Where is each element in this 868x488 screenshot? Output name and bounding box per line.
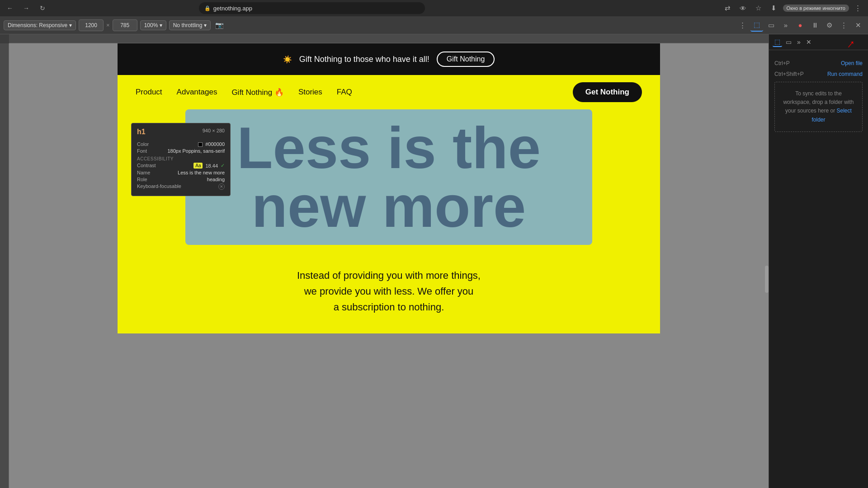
nav-product[interactable]: Product (136, 88, 162, 97)
inspector-font-value: 180px Poppins, sans-serif (167, 148, 225, 154)
title-bar: ← → ↻ 🔒 getnothing.app ⇄ 👁 ☆ ⬇ Окно в ре… (0, 0, 868, 16)
capture-icon[interactable]: 📷 (213, 19, 226, 32)
star-icon[interactable]: ☆ (752, 2, 765, 14)
chevron-down-icon: ▾ (69, 22, 72, 28)
main-layout: ☀️ Gift Nothing to those who have it all… (0, 34, 868, 488)
inspector-accessibility-section: ACCESSIBILITY (137, 156, 225, 161)
shortcut-open-file: Ctrl+P Open file (774, 60, 863, 66)
url-text: getnothing.app (213, 5, 252, 12)
throttle-label: No throttling (173, 22, 203, 28)
inspector-name-label: Name (137, 170, 150, 175)
website-content: ☀️ Gift Nothing to those who have it all… (9, 43, 769, 488)
ruler-vertical (0, 43, 9, 488)
reload-button[interactable]: ↻ (36, 2, 49, 14)
inspector-color-label: Color (137, 141, 149, 147)
zoom-selector[interactable]: 100% ▾ (140, 20, 166, 30)
devtools-panel: ⬚ ▭ » ✕ ↑ Ctrl+P Open file Ctrl+Shift+P … (769, 34, 868, 488)
inspector-contrast-label: Contrast (137, 163, 156, 169)
inspector-role-value: heading (207, 177, 225, 182)
inspector-tooltip: h1 940 × 280 Color #000000 (131, 123, 231, 196)
shortcut2-key: Ctrl+Shift+P (774, 71, 804, 77)
inspect-toggle-icon[interactable]: ⬚ (750, 19, 763, 32)
nav-advantages[interactable]: Advantages (177, 88, 217, 97)
device-toggle-icon[interactable]: ▭ (765, 19, 778, 32)
hero-subtitle: Instead of providing you with more thing… (136, 267, 642, 315)
site-banner: ☀️ Gift Nothing to those who have it all… (118, 43, 660, 75)
devtools-toolbar: Dimensions: Responsive ▾ × 100% ▾ No thr… (0, 16, 868, 34)
inspector-role-label: Role (137, 177, 147, 182)
open-file-link[interactable]: Open file (841, 60, 863, 66)
inspector-contrast-value: Aa 18.44 ✓ (193, 163, 225, 169)
dimensions-selector[interactable]: Dimensions: Responsive ▾ (4, 20, 76, 30)
dimension-separator: × (106, 22, 110, 28)
banner-text: Gift Nothing to those who have it all! (299, 55, 429, 64)
panel-expand-icon[interactable]: » (795, 38, 802, 47)
zoom-chevron-icon: ▾ (160, 22, 162, 28)
hero-title-line1: Less is the (237, 115, 541, 181)
site-wrapper: ☀️ Gift Nothing to those who have it all… (118, 43, 660, 333)
hero-title-line2: new more (252, 174, 526, 239)
inspector-color-value: #000000 (198, 141, 225, 147)
ruler-row (0, 34, 769, 43)
inspector-font-label: Font (137, 148, 147, 154)
inspector-focusable-label: Keyboard-focusable (137, 183, 181, 190)
shortcut-run-command: Ctrl+Shift+P Run command (774, 71, 863, 77)
pause-icon[interactable]: ⏸ (808, 19, 821, 32)
more-tools-icon[interactable]: ⋮ (736, 19, 749, 32)
hero-highlight: Less is the new more (185, 109, 592, 245)
height-input[interactable] (113, 19, 137, 31)
devtools-right-actions: ⋮ ⬚ ▭ » ● ⏸ ⚙ ⋮ ✕ (736, 19, 864, 32)
hero-spacer (136, 245, 642, 254)
incognito-badge: Окно в режиме инкогнито (783, 5, 849, 12)
back-button[interactable]: ← (4, 2, 16, 14)
site-nav: Product Advantages Gift Nothing 🔥 Storie… (118, 75, 660, 109)
address-bar[interactable]: 🔒 getnothing.app (199, 2, 425, 14)
eye-off-icon[interactable]: 👁 (737, 2, 750, 14)
contrast-aa-badge: Aa (193, 163, 203, 169)
forward-button[interactable]: → (20, 2, 33, 14)
expand-icon[interactable]: » (779, 19, 792, 32)
color-swatch (198, 142, 203, 147)
scroll-indicator[interactable] (765, 266, 769, 293)
width-input[interactable] (79, 19, 104, 31)
nav-get-nothing-button[interactable]: Get Nothing (573, 82, 642, 102)
record-icon[interactable]: ● (794, 19, 807, 32)
banner-gift-button[interactable]: Gift Nothing (437, 52, 495, 67)
panel-inspect-icon[interactable]: ⬚ (773, 37, 782, 47)
menu-button[interactable]: ⋮ (852, 2, 864, 14)
devtools-menu-icon[interactable]: ⋮ (837, 19, 850, 32)
panel-device-icon[interactable]: ▭ (784, 38, 793, 47)
throttle-chevron-icon: ▾ (204, 22, 207, 28)
toolbar-actions: ⇄ 👁 ☆ ⬇ Окно в режиме инкогнито ⋮ (722, 2, 864, 14)
arrow-container: ↑ (769, 50, 868, 55)
panel-content: Ctrl+P Open file Ctrl+Shift+P Run comman… (769, 55, 868, 488)
translate-icon[interactable]: ⇄ (722, 2, 734, 14)
shortcut1-key: Ctrl+P (774, 60, 790, 66)
banner-icon: ☀️ (283, 55, 292, 64)
close-devtools-icon[interactable]: ✕ (852, 19, 864, 32)
contrast-check-icon: ✓ (221, 163, 225, 169)
download-icon[interactable]: ⬇ (768, 2, 780, 14)
sync-panel: To sync edits to the workspace, drop a f… (774, 82, 863, 132)
panel-close-icon[interactable]: ✕ (804, 38, 813, 47)
website-wrapper: ☀️ Gift Nothing to those who have it all… (0, 43, 769, 488)
inspector-tag: h1 (137, 128, 146, 136)
focusable-x-icon: ✕ (218, 183, 225, 190)
settings-icon[interactable]: ⚙ (823, 19, 835, 32)
viewport-area: ☀️ Gift Nothing to those who have it all… (0, 34, 769, 488)
ruler-horizontal (9, 34, 769, 43)
inspector-name-value: Less is the new more (178, 170, 225, 175)
throttle-selector[interactable]: No throttling ▾ (169, 20, 211, 30)
hero-title: Less is the new more (194, 118, 583, 236)
nav-stories[interactable]: Stories (298, 88, 322, 97)
lock-icon: 🔒 (204, 5, 211, 11)
inspector-dimensions: 940 × 280 (203, 128, 225, 139)
dimensions-label: Dimensions: Responsive (8, 22, 67, 28)
zoom-label: 100% (144, 22, 158, 28)
run-command-link[interactable]: Run command (827, 71, 863, 77)
site-hero: h1 940 × 280 Color #000000 (118, 109, 660, 333)
ruler-corner (0, 34, 9, 43)
nav-gift-nothing[interactable]: Gift Nothing 🔥 (231, 88, 284, 97)
nav-faq[interactable]: FAQ (337, 88, 352, 97)
